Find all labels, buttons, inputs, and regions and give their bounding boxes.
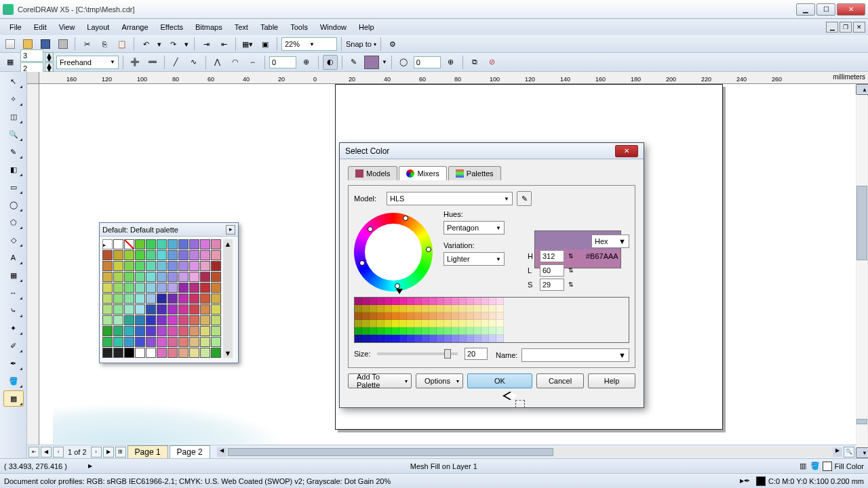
options-button[interactable]: ⚙ xyxy=(385,37,400,52)
rectangle-tool[interactable]: ▭ xyxy=(3,179,24,195)
outline-tool[interactable]: ✒ xyxy=(3,355,24,371)
zoom-combo[interactable]: 22%▼ xyxy=(281,37,337,51)
print-button[interactable] xyxy=(56,37,71,52)
s-input[interactable] xyxy=(540,279,564,291)
menu-table[interactable]: Table xyxy=(255,21,283,33)
basic-shape-tool[interactable]: ◇ xyxy=(3,232,24,248)
crop-tool[interactable]: ◫ xyxy=(3,108,24,125)
smooth-node-icon[interactable]: ◠ xyxy=(228,55,243,70)
export-button[interactable]: ⇤ xyxy=(216,37,231,52)
cut-button[interactable]: ✂ xyxy=(79,37,94,52)
tab-palettes[interactable]: Palettes xyxy=(448,166,501,180)
eyedropper-button[interactable]: ✎ xyxy=(517,191,532,206)
text-tool[interactable]: A xyxy=(3,249,24,266)
size-value[interactable]: 20 xyxy=(465,348,488,360)
palette-grid[interactable]: ▸ xyxy=(102,239,221,358)
table-tool[interactable]: ▦ xyxy=(3,267,24,283)
mesh-fill-tool[interactable]: ▩ xyxy=(3,390,24,407)
redo-button[interactable]: ↷ xyxy=(165,37,180,52)
prev-page-button[interactable]: ◀ xyxy=(41,447,52,458)
grid-icon[interactable]: ▦ xyxy=(3,55,18,70)
symmetric-node-icon[interactable]: ⌢ xyxy=(245,55,260,70)
copy-mesh-icon[interactable]: ⧉ xyxy=(467,55,482,70)
menu-view[interactable]: View xyxy=(54,21,81,33)
help-button[interactable]: Help xyxy=(588,373,635,388)
smoothing-target-icon[interactable]: ⊕ xyxy=(299,55,314,70)
interactive-tool[interactable]: ✦ xyxy=(3,320,24,336)
delete-node-button[interactable]: ➖ xyxy=(145,55,160,70)
tab-mixers[interactable]: Mixers xyxy=(399,166,446,180)
undo-dropdown[interactable]: ▾ xyxy=(156,37,163,52)
hex-mode-select[interactable]: Hex▼ xyxy=(591,235,629,248)
transparency-input[interactable]: 0 xyxy=(414,56,441,68)
dimension-tool[interactable]: ↔ xyxy=(3,285,24,301)
shape-tool[interactable]: ✧ xyxy=(3,91,24,107)
horizontal-scrollbar[interactable]: ◀▶ xyxy=(217,447,842,457)
redo-dropdown[interactable]: ▾ xyxy=(183,37,190,52)
ruler-origin[interactable] xyxy=(27,72,39,84)
maximize-button[interactable]: ☐ xyxy=(816,3,835,16)
menu-effects[interactable]: Effects xyxy=(155,21,189,33)
polygon-tool[interactable]: ⬠ xyxy=(3,214,24,230)
menu-layout[interactable]: Layout xyxy=(81,21,115,33)
menu-arrange[interactable]: Arrange xyxy=(116,21,153,33)
close-button[interactable]: ✕ xyxy=(837,3,865,16)
clear-mesh-icon[interactable]: ⊘ xyxy=(485,55,500,70)
color-proof-icon[interactable]: ▥ xyxy=(795,459,810,474)
grid-cols-input[interactable]: 3 xyxy=(20,49,43,62)
palette-scrollbar[interactable]: ▲▼ xyxy=(223,239,233,358)
fill-tool[interactable]: 🪣 xyxy=(3,373,24,389)
horizontal-ruler[interactable]: 160 120 100 80 60 40 20 0 20 40 60 80 10… xyxy=(39,72,856,84)
prev-step-button[interactable]: ‹ xyxy=(53,447,64,458)
menu-window[interactable]: Window xyxy=(315,21,352,33)
variation-select[interactable]: Lighter▼ xyxy=(443,252,505,266)
vertical-ruler[interactable] xyxy=(27,84,39,458)
page-tab-1[interactable]: Page 1 xyxy=(127,445,168,459)
welcome-button[interactable]: ▣ xyxy=(258,37,273,52)
copy-button[interactable]: ⎘ xyxy=(97,37,112,52)
eyedropper-icon[interactable]: ✎ xyxy=(347,55,361,70)
import-button[interactable]: ⇥ xyxy=(199,37,214,52)
menu-tools[interactable]: Tools xyxy=(285,21,313,33)
swatch-grid[interactable] xyxy=(354,297,629,343)
color-wheel[interactable] xyxy=(354,213,433,291)
menu-text[interactable]: Text xyxy=(229,21,254,33)
menu-help[interactable]: Help xyxy=(353,21,380,33)
size-slider[interactable] xyxy=(377,352,458,355)
tab-models[interactable]: Models xyxy=(348,166,397,180)
paste-button[interactable]: 📋 xyxy=(115,37,130,52)
dialog-close-button[interactable]: ✕ xyxy=(615,145,638,157)
tool-mode-combo[interactable]: Freehand▼ xyxy=(56,56,119,69)
vertical-scrollbar[interactable]: ▲ ▼ xyxy=(856,84,868,458)
mesh-color-swatch[interactable] xyxy=(364,56,379,69)
add-node-button[interactable]: ➕ xyxy=(127,55,142,70)
menu-bitmaps[interactable]: Bitmaps xyxy=(190,21,228,33)
navigator-button[interactable]: 🔍 xyxy=(844,447,854,458)
curve-tool-icon[interactable]: ∿ xyxy=(186,55,201,70)
pick-tool[interactable]: ↖ xyxy=(3,73,24,89)
eyedropper-tool[interactable]: ✐ xyxy=(3,338,24,354)
model-select[interactable]: HLS▼ xyxy=(387,192,513,205)
l-input[interactable] xyxy=(540,264,564,277)
hues-select[interactable]: Pentagon▼ xyxy=(443,221,505,235)
smart-fill-tool[interactable]: ◧ xyxy=(3,161,24,178)
connector-tool[interactable]: ⤷ xyxy=(3,302,24,319)
palette-options-icon[interactable]: ▸ xyxy=(226,225,235,235)
transparency-target-icon[interactable]: ⊕ xyxy=(443,55,458,70)
name-select[interactable]: ▼ xyxy=(521,348,629,362)
new-button[interactable] xyxy=(3,37,18,52)
add-page-button[interactable]: ⊞ xyxy=(115,447,126,458)
page-tab-2[interactable]: Page 2 xyxy=(170,445,210,459)
undo-button[interactable]: ↶ xyxy=(138,37,153,52)
menu-edit[interactable]: Edit xyxy=(28,21,52,33)
first-page-button[interactable]: ⇤ xyxy=(28,447,39,458)
cusp-node-icon[interactable]: ⋀ xyxy=(210,55,225,70)
transparency-icon[interactable]: ◯ xyxy=(396,55,411,70)
next-page-button[interactable]: ▶ xyxy=(103,447,114,458)
doc-minimize-button[interactable]: ▁ xyxy=(826,22,838,33)
menu-file[interactable]: File xyxy=(4,21,27,33)
ellipse-tool[interactable]: ◯ xyxy=(3,197,24,213)
mesh-mode-icon[interactable]: ◐ xyxy=(323,55,338,70)
doc-restore-button[interactable]: ❐ xyxy=(840,22,852,33)
snap-to-dropdown[interactable]: Snap to ▾ xyxy=(346,40,376,48)
